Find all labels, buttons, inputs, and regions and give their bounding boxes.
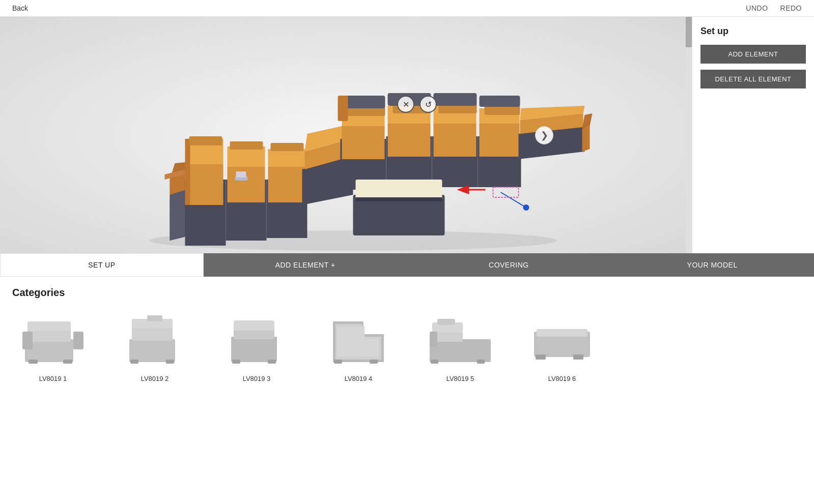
svg-marker-37 [582,126,590,152]
svg-rect-45 [434,93,477,106]
tab-covering[interactable]: COVERING [407,253,611,277]
svg-rect-86 [430,332,437,347]
svg-rect-77 [268,360,276,364]
svg-rect-48 [189,136,222,145]
top-bar: Back UNDO REDO [0,0,814,17]
product-image-6 [521,309,603,370]
svg-rect-14 [228,167,265,202]
add-element-button[interactable]: ADD ELEMENT [700,45,806,64]
panel-title: Set up [700,26,806,37]
product-image-2 [114,309,195,370]
svg-rect-68 [132,327,173,341]
undo-button[interactable]: UNDO [746,4,768,12]
product-lv8019-5[interactable]: LV8019 5 [419,309,501,382]
svg-rect-49 [230,141,263,150]
svg-line-57 [501,192,526,207]
product-lv8019-3[interactable]: LV8019 3 [216,309,297,382]
product-label-5: LV8019 5 [446,375,474,382]
product-image-5 [419,309,501,370]
product-label-4: LV8019 4 [345,375,373,382]
svg-marker-38 [582,113,593,129]
tab-your-model[interactable]: YOUR MODEL [610,253,814,277]
rotate-icon: ↺ [425,100,432,109]
svg-rect-89 [477,360,485,364]
svg-rect-75 [234,320,274,331]
svg-rect-50 [271,143,304,151]
svg-rect-64 [27,321,71,331]
tab-add-element[interactable]: ADD ELEMENT + [204,253,407,277]
svg-point-58 [523,204,529,211]
viewport-container[interactable]: ✕ ↺ ❯ [0,17,686,253]
close-icon: ✕ [403,100,409,109]
svg-rect-17 [268,167,306,202]
svg-rect-88 [431,360,438,364]
svg-marker-80 [337,327,379,357]
svg-rect-12 [185,139,190,205]
svg-rect-83 [430,339,491,362]
svg-rect-55 [356,197,442,201]
svg-rect-23 [342,126,385,159]
svg-rect-61 [27,329,71,342]
categories-title: Categories [12,287,802,299]
close-element-button[interactable]: ✕ [397,96,414,113]
viewport-scrollbar[interactable] [686,17,692,253]
redo-button[interactable]: REDO [780,4,802,12]
svg-rect-10 [188,164,223,205]
product-lv8019-1[interactable]: LV8019 1 [12,309,94,382]
chevron-right-icon: ❯ [541,130,548,141]
product-image-1 [12,309,94,370]
svg-rect-54 [356,180,442,200]
right-panel: Set up ADD ELEMENT DELETE ALL ELEMENT [692,17,814,253]
undo-redo-group: UNDO REDO [746,4,802,12]
product-lv8019-4[interactable]: LV8019 4 [318,309,399,382]
svg-rect-70 [130,360,138,364]
products-grid: LV8019 1 LV8019 2 [12,309,802,382]
product-label-6: LV8019 6 [548,375,576,382]
svg-rect-71 [166,360,174,364]
svg-rect-29 [434,124,476,157]
svg-rect-52 [236,171,246,177]
svg-rect-81 [334,360,342,364]
product-lv8019-2[interactable]: LV8019 2 [114,309,195,382]
product-label-2: LV8019 2 [141,375,169,382]
svg-rect-63 [73,332,83,349]
viewport-canvas: ✕ ↺ [0,17,686,253]
svg-rect-26 [388,124,431,157]
categories-section: Categories LV8019 1 [0,277,814,393]
svg-rect-62 [22,332,33,349]
svg-rect-72 [147,315,162,321]
svg-rect-65 [29,360,38,364]
svg-rect-46 [480,96,520,107]
scrollbar-thumb[interactable] [686,17,692,47]
svg-rect-73 [231,337,277,362]
delete-all-button[interactable]: DELETE ALL ELEMENT [700,70,806,88]
tab-setup[interactable]: SET UP [0,253,204,277]
svg-rect-18 [268,149,306,167]
product-label-1: LV8019 1 [39,375,67,382]
svg-rect-87 [437,319,455,325]
main-layout: ✕ ↺ ❯ Set up ADD ELEMENT DELETE ALL ELEM… [0,17,814,253]
product-image-3 [216,309,297,370]
svg-rect-66 [63,360,72,364]
next-arrow-button[interactable]: ❯ [535,126,553,144]
tab-bar: SET UP ADD ELEMENT + COVERING YOUR MODEL [0,253,814,277]
product-label-3: LV8019 3 [243,375,271,382]
svg-rect-32 [480,124,520,157]
sofa-controls: ✕ ↺ [397,96,437,113]
product-image-4 [318,309,399,370]
svg-rect-42 [485,106,520,115]
svg-rect-93 [573,354,583,360]
product-lv8019-6[interactable]: LV8019 6 [521,309,603,382]
svg-rect-43 [342,96,385,108]
svg-rect-76 [232,360,240,364]
svg-rect-82 [370,360,378,364]
rotate-element-button[interactable]: ↺ [419,96,437,113]
back-button[interactable]: Back [12,4,28,12]
svg-rect-91 [537,329,587,337]
svg-rect-92 [536,354,546,360]
svg-marker-5 [170,190,185,241]
svg-rect-47 [338,96,348,121]
svg-rect-67 [129,339,175,362]
sofa-scene [0,17,686,253]
